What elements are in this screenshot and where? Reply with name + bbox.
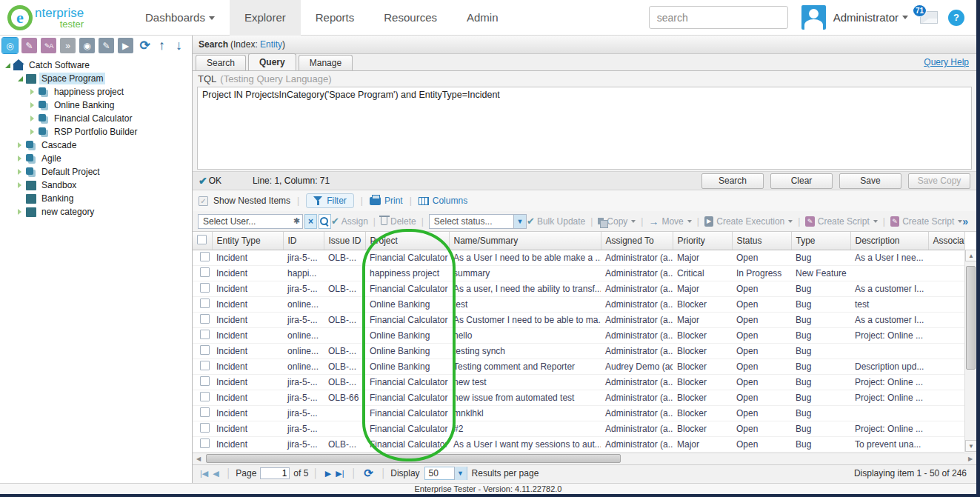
select-user-input[interactable] [198, 214, 303, 229]
column-header-name-summary[interactable]: Name/Summary [449, 232, 601, 250]
nav-item-resources[interactable]: Resources [369, 0, 452, 36]
column-header-description[interactable]: Description [850, 232, 928, 250]
scroll-down-arrow[interactable]: ▼ [965, 440, 977, 452]
row-checkbox[interactable] [200, 407, 210, 417]
last-page-button[interactable]: ▶| [336, 469, 344, 478]
row-checkbox[interactable] [200, 392, 210, 401]
nav-item-dashboards[interactable]: Dashboards [130, 0, 230, 36]
tree-item-space-program[interactable]: Space Program [0, 72, 192, 85]
table-row[interactable]: Incidentjira-5-...OLB-...Financial Calcu… [193, 312, 964, 327]
row-checkbox[interactable] [200, 361, 210, 370]
tree-expander-icon[interactable] [16, 167, 24, 176]
tql-query-editor[interactable]: Project IN ProjectsInCategory('Space Pro… [197, 87, 972, 170]
vertical-scrollbar[interactable]: ▲ ▼ [964, 250, 976, 452]
table-row[interactable]: Incidentonline...OLB-...Online Bankingte… [193, 343, 964, 358]
help-button[interactable]: ? [948, 10, 964, 26]
row-checkbox[interactable] [200, 330, 210, 339]
row-checkbox[interactable] [200, 423, 210, 433]
column-header-priority[interactable]: Priority [673, 232, 732, 250]
horizontal-scrollbar[interactable]: ◀ ▶ [193, 453, 976, 464]
previous-page-button[interactable]: ◀ [213, 469, 219, 478]
columns-button[interactable]: Columns [419, 196, 467, 206]
column-header-status[interactable]: Status [732, 232, 791, 250]
row-checkbox[interactable] [200, 438, 210, 448]
nav-item-explorer[interactable]: Explorer [230, 0, 301, 36]
tree-item-catch-software[interactable]: Catch Software [0, 59, 192, 72]
search-button[interactable]: Search [701, 173, 764, 189]
tab-search[interactable]: Search [196, 55, 246, 70]
delete-button[interactable]: Delete [390, 216, 416, 227]
query-help-link[interactable]: Query Help [924, 57, 969, 67]
clear-button[interactable]: Clear [770, 173, 833, 189]
save-button[interactable]: Save [839, 173, 901, 189]
table-row[interactable]: Incidentjira-5-...OLB-...Financial Calcu… [193, 374, 964, 390]
script-tool-icon[interactable]: ✎ [99, 38, 114, 53]
toolbar-overflow-button[interactable]: » [962, 216, 968, 227]
row-checkbox[interactable] [200, 314, 210, 324]
table-row[interactable]: Incidentjira-5-...Financial Calculator#2… [193, 421, 964, 436]
clear-user-button[interactable]: × [304, 214, 317, 229]
column-header-project[interactable]: Project [365, 232, 449, 250]
column-header-id[interactable]: ID [283, 232, 324, 250]
tree-item-new-category[interactable]: new category [0, 205, 192, 219]
edit-tool-icon[interactable]: ✎ [21, 38, 37, 53]
table-row[interactable]: Incidentonline...Online BankinghelloAdmi… [193, 327, 964, 343]
scroll-up-arrow[interactable]: ▲ [965, 250, 977, 261]
table-row[interactable]: Incidentjira-5-...Financial Calculatormn… [193, 405, 964, 421]
tree-item-online-banking[interactable]: Online Banking [0, 99, 192, 112]
filter-button[interactable]: Filter [306, 193, 354, 208]
vertical-scrollbar-thumb[interactable] [966, 266, 976, 370]
select-all-checkbox[interactable] [197, 235, 207, 244]
horizontal-scrollbar-thumb[interactable] [206, 454, 621, 463]
create-script-button-2[interactable]: Create Script [902, 216, 954, 227]
tree-item-sandbox[interactable]: Sandbox [0, 179, 192, 192]
refresh-tool-icon[interactable]: ⟳ [137, 38, 153, 53]
copy-button[interactable]: Copy [607, 216, 627, 227]
select-status-dropdown[interactable]: Select status... ▼ [429, 214, 527, 229]
table-row[interactable]: Incidentonline...OLB-...Online BankingTe… [193, 358, 964, 374]
user-avatar[interactable] [801, 5, 826, 30]
print-button[interactable]: Print [370, 196, 403, 206]
tree-item-happiness-project[interactable]: happiness project [0, 85, 192, 99]
column-header-issue-id[interactable]: Issue ID [324, 232, 365, 250]
fast-forward-tool-icon[interactable]: » [60, 38, 76, 53]
row-checkbox[interactable] [200, 298, 210, 308]
run-tool-icon[interactable]: ▶ [118, 38, 133, 53]
tree-expander-icon[interactable] [16, 74, 24, 83]
tree-item-agile[interactable]: Agile [0, 152, 192, 165]
assign-button[interactable]: Assign [341, 216, 368, 227]
page-size-dropdown[interactable]: 50 ▼ [424, 467, 467, 480]
tree-item-banking[interactable]: Banking [0, 192, 192, 205]
move-down-tool-icon[interactable]: ↓ [171, 38, 187, 53]
table-row[interactable]: Incidentjira-5-...OLB-...Financial Calcu… [193, 281, 964, 296]
page-number-input[interactable] [260, 467, 290, 479]
table-row[interactable]: Incidentonline...Online BankingtestAdmin… [193, 296, 964, 312]
tree-expander-icon[interactable] [3, 61, 12, 70]
record-tool-icon[interactable]: ◉ [79, 38, 95, 53]
move-button[interactable]: Move [661, 216, 683, 227]
row-checkbox[interactable] [200, 283, 210, 293]
first-page-button[interactable]: |◀ [200, 469, 208, 478]
tree-item-cascade[interactable]: Cascade [0, 139, 192, 152]
nav-item-reports[interactable]: Reports [301, 0, 370, 36]
select-tool-icon[interactable]: ◎ [2, 38, 18, 53]
create-script-button-1[interactable]: Create Script [818, 216, 870, 227]
edit-rename-tool-icon[interactable]: ✎A [41, 38, 56, 53]
user-name[interactable]: Administrator [833, 11, 899, 24]
search-user-button[interactable] [319, 214, 331, 229]
scroll-left-arrow[interactable]: ◀ [193, 453, 204, 464]
show-nested-checkbox[interactable]: ✓ [199, 196, 208, 206]
tab-manage[interactable]: Manage [299, 55, 353, 70]
notifications-button[interactable]: 71 [920, 11, 938, 24]
tree-expander-icon[interactable] [28, 127, 37, 136]
row-checkbox[interactable] [200, 267, 210, 277]
table-row[interactable]: Incidenthappi...happiness projectsummary… [193, 265, 964, 281]
tree-item-financial-calculator[interactable]: Financial Calculator [0, 112, 192, 125]
tree-expander-icon[interactable] [28, 87, 37, 96]
move-up-tool-icon[interactable]: ↑ [154, 38, 170, 53]
tree-expander-icon[interactable] [16, 154, 24, 163]
nav-item-admin[interactable]: Admin [452, 0, 513, 36]
column-header-assigned-to[interactable]: Assigned To [601, 232, 673, 250]
column-header-associated-s[interactable]: Associated S [928, 232, 964, 250]
next-page-button[interactable]: ▶ [325, 469, 331, 478]
